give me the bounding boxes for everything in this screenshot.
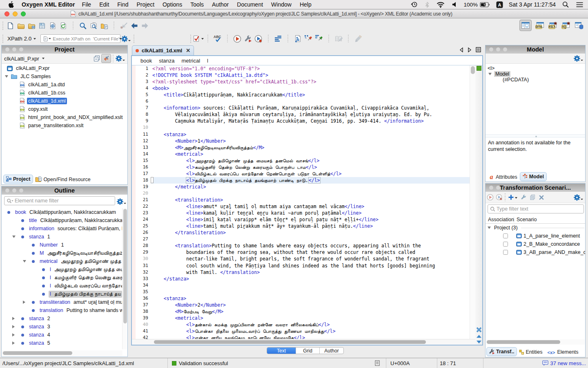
menu-author[interactable]: Author (208, 1, 233, 8)
outline-item[interactable]: informationsources: Cīkāḷatti Purāṇam, K… (2, 224, 122, 233)
outline-item[interactable]: lலிமிழ்கடல் வரைப்பெ லாந்தோன (2, 282, 122, 290)
scenario-item[interactable]: 3_AB_parse_AND_make_concordance (486, 248, 585, 256)
outline-item[interactable]: transliterationamut* uṟaḻ tamiḻ oḷ mutta (2, 298, 122, 306)
validation-ok-indicator[interactable] (477, 66, 481, 71)
model-splitter[interactable] (486, 135, 585, 137)
column-association[interactable]: Association (486, 217, 514, 222)
menu-tools[interactable]: Tools (186, 1, 208, 8)
xpath-scope-caret[interactable] (49, 38, 51, 39)
outline-item[interactable]: Mஅறுசீர்கழிநெடிலடியாசிரியவிருத்தம் (2, 249, 122, 257)
project-tree-item[interactable]: cIkALatti_1b.css (2, 89, 127, 97)
outline-item[interactable]: titleCīkāḷattippurāṇam, Nakkīraccarukkam (2, 216, 122, 224)
apply-transformation-button[interactable] (232, 34, 243, 44)
scenario-checkbox[interactable] (503, 242, 508, 247)
last-edit-location-button[interactable] (118, 20, 129, 31)
tab-model[interactable]: Model (520, 172, 547, 181)
scenario-checkbox[interactable] (503, 250, 508, 255)
editor-perspective-button[interactable] (519, 20, 532, 31)
window-close-button[interactable] (4, 11, 9, 16)
app-menu-title[interactable]: Oxygen XML Editor (22, 1, 75, 8)
debug-scenario-button[interactable] (494, 192, 503, 203)
outline-panel-title[interactable]: Outline (2, 186, 127, 195)
column-scenario[interactable]: Scenario (514, 217, 537, 222)
search-button[interactable] (78, 20, 88, 31)
outline-item[interactable]: stanza4 (2, 331, 122, 339)
add-scenario-button[interactable] (507, 192, 515, 203)
editor-vertical-scrollbar[interactable] (470, 65, 475, 339)
expander-icon[interactable] (12, 236, 16, 238)
next-highlight-icon[interactable] (477, 341, 481, 343)
save-button[interactable] (37, 20, 47, 31)
tab-transf[interactable]: Transf.. (486, 347, 517, 356)
time-machine-icon[interactable] (411, 1, 418, 8)
outline-filter-box[interactable] (4, 196, 115, 205)
tab-elements[interactable]: <x>Elements (545, 348, 581, 356)
debug-transformation-button[interactable] (253, 34, 264, 44)
scenario-filter-input[interactable] (497, 206, 584, 212)
notification-center-icon[interactable] (576, 2, 583, 7)
outline-filter-input[interactable] (15, 198, 115, 204)
open-folder-button[interactable] (16, 20, 26, 31)
pin-gray-button[interactable] (353, 34, 363, 44)
xpath-settings-button[interactable] (120, 34, 131, 44)
scenario-horizontal-scrollbar[interactable] (486, 339, 585, 345)
scenario-group[interactable]: Project (3) (486, 224, 585, 232)
open-url-button[interactable] (26, 20, 37, 31)
mode-author[interactable]: Author (319, 348, 343, 354)
expander-icon[interactable] (23, 301, 25, 304)
project-tree-item[interactable]: cIkALatti_P.xpr (2, 64, 127, 72)
scenario-item[interactable]: 1_A_parse_line_element (486, 232, 585, 240)
tab-attributes[interactable]: aAttributes (486, 173, 520, 181)
text-editor[interactable]: 1234567891011121314151617181920212223242… (132, 65, 482, 339)
next-tab-button[interactable] (468, 47, 472, 54)
menu-window[interactable]: Window (267, 1, 296, 8)
project-tree-item[interactable]: html_print_book_and_NDX_simplified.xslt (2, 113, 127, 121)
add-scenario-caret[interactable] (515, 197, 517, 199)
project-settings-button[interactable] (115, 53, 125, 64)
expander-icon[interactable] (488, 227, 491, 229)
scenario-item[interactable]: 2_B_Make_concordance (486, 240, 585, 248)
previous-highlight-icon[interactable] (477, 335, 481, 338)
xslt-debugger-perspective-button[interactable]: XSLT (548, 20, 558, 31)
scenario-settings-button[interactable] (573, 192, 584, 203)
model-settings-button[interactable] (573, 53, 584, 64)
expander-icon[interactable] (5, 75, 8, 78)
window-zoom-button[interactable] (21, 11, 26, 16)
outline-item[interactable]: translationPutting to shame lands whe (2, 306, 122, 314)
menu-options[interactable]: Options (158, 1, 186, 8)
volume-icon[interactable] (452, 2, 457, 7)
refactoring-button[interactable] (292, 34, 303, 44)
scenarios-panel-title[interactable]: Transformation Scenari... (486, 184, 585, 192)
menu-file[interactable]: File (78, 1, 96, 8)
scenario-filter-box[interactable] (488, 204, 584, 213)
menu-project[interactable]: Project (133, 1, 159, 8)
breadcrumb-stanza[interactable]: stanza (159, 58, 174, 64)
spell-check-button[interactable]: ABC (212, 34, 223, 44)
find-replace-in-files-button[interactable] (88, 20, 99, 31)
breadcrumb-metrical[interactable]: metrical (182, 58, 200, 64)
tab-open-find-resource[interactable]: Open/Find Resource (33, 175, 93, 184)
outline-item[interactable]: stanza6 (2, 347, 122, 349)
model-panel-title[interactable]: Model (486, 45, 585, 54)
outline-item[interactable]: lஅமுதூறழ் தமிழொண் முத்த மையச (2, 265, 122, 274)
link-with-editor-button[interactable] (101, 54, 111, 63)
menu-clock[interactable]: Sat 3 Apr 11:27:54 (509, 1, 556, 8)
expander-icon[interactable] (12, 325, 15, 328)
delete-scenario-button[interactable] (537, 192, 546, 203)
model-tree-item[interactable]: Model (486, 71, 585, 77)
outline-item[interactable]: stanza2 (2, 314, 122, 323)
outline-item[interactable]: stanza3 (2, 323, 122, 331)
xpath-expression-combo[interactable]: Execute XPath on 'Current File' (40, 34, 120, 43)
tab-entities[interactable]: Entities (517, 348, 545, 356)
breadcrumb-l[interactable]: l (207, 58, 208, 64)
forward-button[interactable] (140, 20, 150, 31)
outline-vertical-scrollbar[interactable] (122, 208, 127, 349)
menu-find[interactable]: Find (113, 1, 132, 8)
project-tree-item[interactable]: JLC Samples (2, 72, 127, 81)
xpath-version-dropdown[interactable]: XPath 2.0 (7, 36, 36, 42)
expander-icon[interactable] (12, 341, 15, 345)
expander-icon[interactable] (23, 260, 26, 263)
breadcrumb-book[interactable]: book (140, 58, 152, 64)
input-source-icon[interactable]: A (496, 1, 503, 8)
scenario-checkbox[interactable] (503, 233, 508, 238)
